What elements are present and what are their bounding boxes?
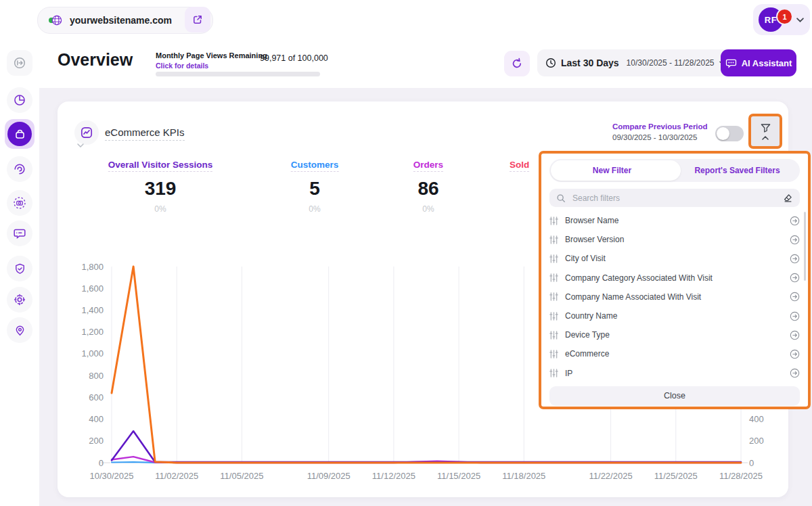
filter-item[interactable]: Browser Name — [549, 211, 800, 230]
scrollbar[interactable] — [804, 212, 807, 281]
kpi-delta: 0% — [108, 204, 212, 214]
svg-text:11/22/2025: 11/22/2025 — [589, 471, 633, 481]
arrow-circle-right-icon[interactable] — [790, 368, 800, 378]
external-link-icon — [192, 14, 203, 25]
filter-search-input[interactable] — [571, 193, 777, 204]
arrow-circle-right-icon[interactable] — [790, 273, 800, 283]
sidebar-item-settings[interactable] — [7, 287, 32, 313]
kpi-tab[interactable]: Orders860% — [413, 158, 443, 214]
filter-item-label: eCommerce — [565, 349, 609, 359]
sliders-icon — [549, 369, 558, 377]
arrow-circle-right-icon[interactable] — [790, 349, 800, 359]
kpi-label[interactable]: Customers — [291, 160, 339, 172]
chevron-down-icon[interactable] — [796, 18, 804, 22]
kpi-tab[interactable]: Overall Visitor Sessions3190% — [108, 158, 212, 214]
sidebar-item-privacy[interactable] — [7, 256, 32, 281]
sidebar-item-dashboard[interactable] — [7, 87, 32, 113]
kpi-tab[interactable]: Customers50% — [291, 158, 339, 214]
sidebar-collapse-button[interactable] — [7, 50, 32, 76]
filter-tabs: New Filter Report's Saved Filters — [549, 159, 800, 182]
filter-item-label: Company Category Associated With Visit — [565, 273, 713, 283]
kpi-delta: 0% — [413, 204, 443, 214]
svg-text:1,200: 1,200 — [81, 327, 104, 337]
svg-text:10/30/2025: 10/30/2025 — [89, 471, 133, 481]
date-range-value: 10/30/2025 - 11/28/2025 — [627, 58, 715, 68]
app: yourwebsitename.com RF 1 — [0, 0, 812, 506]
filter-item-label: City of Visit — [565, 254, 606, 263]
filter-button[interactable] — [748, 114, 782, 149]
pageviews-value: 99,971 of 100,000 — [260, 53, 328, 63]
svg-text:200: 200 — [749, 436, 764, 446]
date-range-label: Last 30 Days — [561, 58, 619, 68]
filter-item[interactable]: Browser Version — [549, 230, 800, 249]
kpi-label[interactable]: Overall Visitor Sessions — [108, 160, 212, 172]
date-range-selector[interactable]: Last 30 Days 10/30/2025 - 11/28/2025 — [537, 49, 734, 76]
svg-text:11/28/2025: 11/28/2025 — [719, 471, 763, 481]
pageviews-progress-bar — [156, 72, 320, 76]
close-button[interactable]: Close — [549, 386, 800, 406]
filter-list: Browser NameBrowser VersionCity of Visit… — [549, 211, 800, 383]
kpi-label[interactable]: Orders — [413, 160, 443, 172]
svg-text:200: 200 — [89, 436, 104, 446]
kpi-value: 319 — [108, 178, 212, 200]
sliders-icon — [549, 254, 558, 263]
arrow-circle-right-icon[interactable] — [790, 216, 800, 226]
filter-item[interactable]: IP — [549, 364, 800, 383]
arrow-circle-right-icon[interactable] — [790, 330, 800, 340]
eraser-icon[interactable] — [783, 193, 793, 203]
kpi-delta: 0% — [291, 204, 339, 214]
svg-text:600: 600 — [89, 392, 104, 402]
sliders-icon — [549, 273, 558, 282]
map-pin-icon — [14, 324, 26, 337]
arrow-circle-right-icon[interactable] — [790, 292, 800, 302]
svg-text:11/02/2025: 11/02/2025 — [155, 471, 198, 481]
sidebar-item-ecommerce[interactable] — [5, 119, 35, 149]
svg-text:1,400: 1,400 — [81, 305, 104, 315]
kpi-value: 86 — [413, 178, 443, 200]
svg-text:1,800: 1,800 — [81, 262, 104, 272]
filter-item[interactable]: Country Name — [549, 306, 800, 325]
sliders-icon — [549, 216, 558, 225]
shopping-bag-icon — [14, 128, 26, 141]
search-icon — [556, 193, 566, 203]
sidebar-item-behavior[interactable] — [7, 156, 32, 182]
notification-badge: 1 — [776, 8, 793, 25]
svg-text:11/09/2025: 11/09/2025 — [307, 471, 351, 481]
account-menu[interactable]: RF 1 — [753, 4, 810, 35]
chevron-up-icon — [762, 136, 769, 140]
filter-item-label: Browser Name — [565, 216, 618, 225]
filter-item[interactable]: eCommerce — [549, 344, 800, 363]
ai-assistant-label: AI Assistant — [742, 58, 792, 68]
filter-item[interactable]: Company Category Associated With Visit — [549, 269, 800, 288]
arrow-circle-right-icon[interactable] — [790, 235, 800, 245]
arrow-circle-right-icon[interactable] — [790, 254, 800, 264]
refresh-button[interactable] — [504, 51, 530, 76]
svg-text:1,000: 1,000 — [81, 348, 104, 359]
tab-saved-filters[interactable]: Report's Saved Filters — [675, 159, 800, 182]
globe-icon — [47, 14, 64, 27]
kpi-label[interactable]: Sold — [510, 160, 529, 172]
camera-icon — [13, 196, 26, 210]
filter-item[interactable]: Company Name Associated With Visit — [549, 288, 800, 306]
spiral-icon — [13, 162, 26, 176]
funnel-icon — [760, 122, 771, 134]
website-name: yourwebsitename.com — [70, 15, 172, 26]
sidebar-item-communication[interactable] — [7, 221, 32, 246]
svg-text:11/12/2025: 11/12/2025 — [372, 471, 415, 481]
pageviews-details-link[interactable]: Click for details — [156, 62, 208, 70]
filter-item-label: Browser Version — [565, 235, 624, 244]
sidebar-item-visitors-map[interactable] — [7, 317, 32, 343]
kpi-tab[interactable]: Sold — [510, 158, 529, 178]
svg-text:0: 0 — [749, 458, 754, 468]
sliders-icon — [549, 350, 558, 359]
refresh-icon — [511, 58, 523, 70]
filter-item[interactable]: City of Visit — [549, 249, 800, 268]
tab-new-filter[interactable]: New Filter — [549, 159, 675, 182]
open-website-button[interactable] — [185, 7, 210, 32]
ai-assistant-button[interactable]: AI Assistant — [721, 49, 796, 76]
page-title: Overview — [58, 50, 133, 70]
sidebar-item-session-recordings[interactable] — [7, 190, 32, 216]
svg-text:800: 800 — [89, 371, 104, 381]
arrow-circle-right-icon[interactable] — [790, 311, 800, 321]
filter-item[interactable]: Device Type — [549, 325, 800, 344]
